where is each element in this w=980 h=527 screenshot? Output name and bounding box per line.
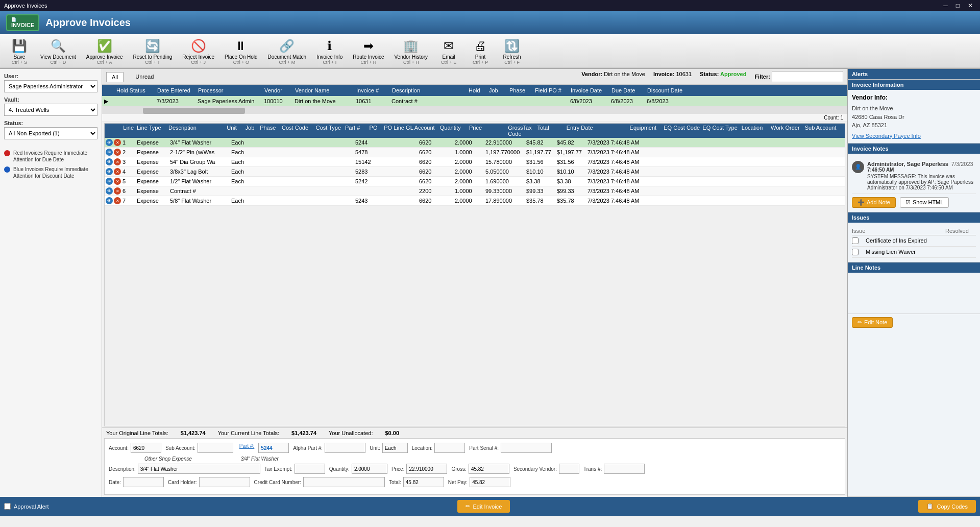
save-icon: 💾: [12, 39, 27, 53]
ribbon-btn-refresh[interactable]: 🔃 Refresh Ctrl + F: [497, 36, 527, 67]
row-view-icon-0[interactable]: 👁: [106, 139, 113, 146]
ribbon-btn-invoice-info[interactable]: ℹ Invoice Info Ctrl + I: [312, 36, 347, 67]
row-qty: 2.0000: [453, 139, 484, 146]
line-item-row[interactable]: 👁 ✕ 5 Expense 1/2" Flat Washer Each 5242…: [105, 177, 845, 186]
copy-icon: 📋: [926, 503, 934, 510]
alpha-part-input[interactable]: [325, 443, 365, 453]
row-view-icon-1[interactable]: 👁: [106, 149, 113, 156]
total-input[interactable]: [403, 477, 444, 487]
desc-input[interactable]: [138, 464, 260, 474]
part-num-input[interactable]: [258, 443, 289, 453]
vault-select[interactable]: 4. Treated Wells: [4, 104, 97, 116]
row-eq-cost-type: [729, 161, 770, 162]
copy-codes-btn[interactable]: 📋 Copy Codes: [918, 500, 976, 513]
close-btn[interactable]: ✕: [965, 2, 976, 9]
main-content: All Unread Vendor: Dirt on the Move Invo…: [102, 69, 847, 497]
net-pay-input[interactable]: [470, 477, 510, 487]
trans-input[interactable]: [604, 464, 645, 474]
qty-input[interactable]: [352, 464, 387, 474]
ribbon-btn-place-on-hold[interactable]: ⏸ Place On Hold Ctrl + O: [220, 36, 262, 67]
ribbon-btn-approve-invoice[interactable]: ✅ Approve Invoice Ctrl + A: [82, 36, 128, 67]
tab-all[interactable]: All: [106, 72, 124, 82]
sub-account-input[interactable]: [198, 443, 233, 453]
show-html-btn[interactable]: ☑ Show HTML: [900, 197, 949, 208]
h-scrollbar[interactable]: [102, 107, 847, 114]
row-location: [770, 171, 800, 172]
location-input[interactable]: [434, 443, 465, 453]
vault-label: Vault:: [4, 97, 97, 103]
row-delete-icon-6[interactable]: ✕: [114, 197, 121, 204]
ribbon-btn-view-document[interactable]: 🔍 View Document Ctrl + D: [36, 36, 81, 67]
price-input[interactable]: [406, 464, 447, 474]
filter-input[interactable]: [772, 71, 843, 82]
ribbon-btn-document-match[interactable]: 🔗 Document Match Ctrl + M: [263, 36, 311, 67]
edit-note-area: ✏ Edit Note: [848, 314, 980, 331]
row-gross: $10.10: [525, 168, 555, 175]
row-eq-cost-code: [688, 171, 729, 172]
row-delete-icon-1[interactable]: ✕: [114, 149, 121, 156]
status-select[interactable]: All Non-Exported (1): [4, 127, 97, 139]
line-item-row[interactable]: 👁 ✕ 4 Expense 3/8x3" Lag Bolt Each 5283 …: [105, 167, 845, 177]
lh-cost-type: Cost Type: [316, 125, 345, 137]
vendor-history-label: Vendor History: [395, 54, 428, 60]
part-num-label[interactable]: Part #:: [237, 443, 256, 453]
line-item-row[interactable]: 👁 ✕ 6 Expense Contract # 2200 1.0000 99.…: [105, 186, 845, 196]
line-item-row[interactable]: 👁 ✕ 3 Expense 54" Dia Group Wa Each 1514…: [105, 157, 845, 167]
row-cost-code: [287, 200, 323, 201]
part-serial-input[interactable]: [501, 443, 552, 453]
tax-exempt-input[interactable]: [295, 464, 325, 474]
row-delete-icon-3[interactable]: ✕: [114, 168, 121, 175]
invoice-info-section: Invoice Information Vendor Info: Dirt on…: [848, 80, 980, 143]
gross-input[interactable]: [469, 464, 509, 474]
row-delete-icon-4[interactable]: ✕: [114, 178, 121, 185]
maximize-btn[interactable]: □: [953, 2, 963, 9]
row-delete-icon-0[interactable]: ✕: [114, 139, 121, 146]
detail-form: Account: Sub Account: Part #: Alpha Part…: [104, 438, 845, 495]
row-gross: $45.82: [525, 139, 555, 146]
ribbon-btn-vendor-history[interactable]: 🏢 Vendor History Ctrl + H: [390, 36, 433, 67]
credit-card-input[interactable]: [303, 477, 385, 487]
card-holder-input[interactable]: [199, 477, 250, 487]
account-input[interactable]: [131, 443, 161, 453]
minimize-btn[interactable]: ─: [940, 2, 951, 9]
ribbon-btn-save[interactable]: 💾 Save Ctrl + S: [4, 36, 35, 67]
invoice-notes-header: Invoice Notes: [848, 143, 980, 154]
edit-note-btn[interactable]: ✏ Edit Note: [852, 317, 893, 328]
ribbon-btn-route-invoice[interactable]: ➡ Route Invoice Ctrl + R: [348, 36, 388, 67]
row-delete-icon-5[interactable]: ✕: [114, 187, 121, 195]
ribbon-btn-email[interactable]: ✉ Email Ctrl + E: [433, 36, 464, 67]
line-item-row[interactable]: 👁 ✕ 7 Expense 5/8" Flat Washer Each 5243…: [105, 196, 845, 206]
line-items-container[interactable]: Line Line Type Description Unit Job Phas…: [104, 123, 845, 426]
invoice-row[interactable]: ▶ 7/3/2023 Sage Paperless Admin 100010 D…: [102, 96, 847, 107]
unit-input[interactable]: [382, 443, 408, 453]
issue-2-checkbox[interactable]: [852, 249, 859, 255]
ribbon-btn-reject-invoice[interactable]: 🚫 Reject Invoice Ctrl + J: [178, 36, 219, 67]
secondary-payee-link[interactable]: View Secondary Payee Info: [852, 133, 921, 139]
row-view-icon-4[interactable]: 👁: [106, 178, 113, 185]
account-label: Account:: [109, 445, 129, 451]
line-item-row[interactable]: 👁 ✕ 2 Expense 2-1/2" Pin (w/Was Each 547…: [105, 148, 845, 157]
approval-alert-checkbox[interactable]: [4, 503, 11, 510]
issue-1-checkbox[interactable]: [852, 237, 859, 244]
row-line-num: 4: [121, 168, 135, 175]
date-input[interactable]: [123, 477, 164, 487]
secondary-vendor-input[interactable]: [559, 464, 579, 474]
row-view-icon-3[interactable]: 👁: [106, 168, 113, 175]
row-delete-icon-2[interactable]: ✕: [114, 158, 121, 165]
alerts-header: Alerts: [848, 69, 980, 79]
row-view-icon-2[interactable]: 👁: [106, 158, 113, 165]
note-date: 7/3/2023: [950, 161, 973, 167]
row-view-icon-6[interactable]: 👁: [106, 197, 113, 204]
add-note-btn[interactable]: ➕ Add Note: [852, 197, 896, 208]
row-work-order: [800, 142, 836, 143]
ribbon-btn-print[interactable]: 🖨 Print Ctrl + P: [465, 36, 496, 67]
row-entry-date: 7/3/2023 7:46:48 AM: [586, 168, 652, 175]
row-view-icon-5[interactable]: 👁: [106, 187, 113, 195]
edit-invoice-btn[interactable]: ✏ Edit Invoice: [457, 500, 510, 513]
row-unit: Each: [230, 178, 249, 185]
ribbon-btn-reset-to-pending[interactable]: 🔄 Reset to Pending Ctrl + T: [129, 36, 177, 67]
tab-unread[interactable]: Unread: [130, 71, 159, 82]
secondary-vendor-field: Secondary Vendor:: [513, 464, 579, 474]
user-select[interactable]: Sage Paperless Administrator: [4, 80, 97, 92]
line-item-row[interactable]: 👁 ✕ 1 Expense 3/4" Flat Washer Each 5244…: [105, 138, 845, 148]
